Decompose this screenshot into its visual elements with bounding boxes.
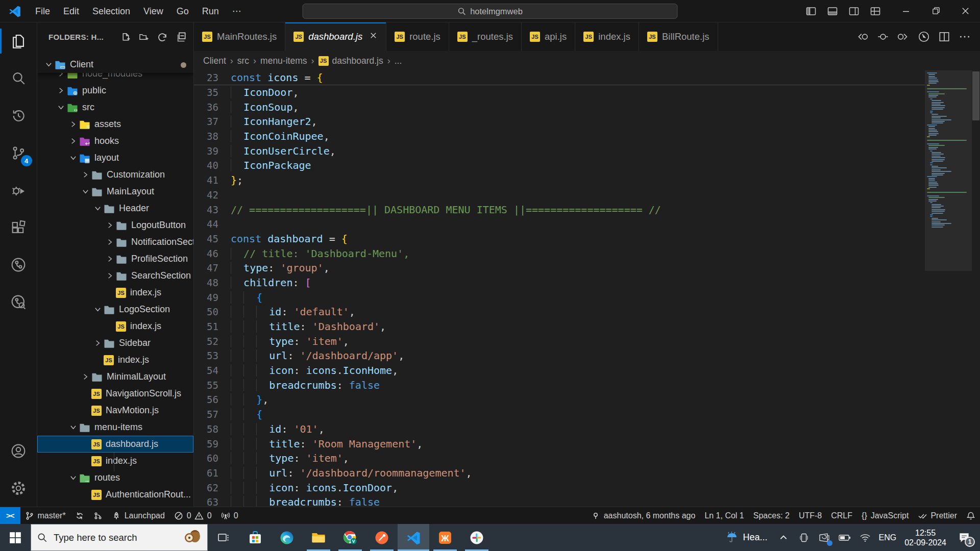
tree-file-index-js[interactable]: JSindex.js — [37, 318, 193, 335]
current-change-icon[interactable] — [874, 28, 892, 45]
taskbar-vscode-icon[interactable] — [398, 524, 429, 551]
weather-widget[interactable]: Hea... — [721, 524, 772, 551]
start-button[interactable] — [0, 524, 31, 551]
status-ln[interactable]: Ln 1, Col 1 — [700, 507, 748, 524]
line-number[interactable]: 37 — [194, 116, 231, 127]
activity-settings-icon[interactable] — [0, 469, 37, 507]
line-number[interactable]: 23 — [194, 72, 231, 83]
activity-search-icon[interactable] — [0, 60, 37, 97]
tab-index-js[interactable]: JSindex.js — [575, 22, 639, 51]
tree-file-index-js[interactable]: JSindex.js — [37, 453, 193, 469]
tree-file-navmotion-js[interactable]: JSNavMotion.js — [37, 402, 193, 419]
line-number[interactable]: 60 — [194, 453, 231, 464]
tree-file-dashboard-js[interactable]: JSdashboard.js — [37, 436, 193, 453]
breadcrumb-item[interactable]: ... — [395, 56, 402, 66]
status-branch[interactable]: master* — [20, 507, 70, 524]
customize-layout-icon[interactable] — [867, 4, 884, 19]
toggle-secondary-sidebar-icon[interactable] — [845, 4, 863, 19]
breadcrumb-item[interactable]: JSdashboard.js — [318, 56, 383, 66]
tree-folder-profilesection[interactable]: ProfileSection — [37, 251, 193, 267]
line-number[interactable]: 46 — [194, 248, 231, 259]
next-change-icon[interactable] — [894, 28, 913, 45]
minimap[interactable] — [925, 70, 972, 507]
toggle-panel-icon[interactable] — [824, 4, 841, 19]
tab-dashboard-js[interactable]: JSdashboard.js — [285, 22, 386, 51]
line-number[interactable]: 53 — [194, 350, 231, 361]
line-number[interactable]: 48 — [194, 277, 231, 288]
status-sync[interactable] — [70, 507, 89, 524]
close-tab-icon[interactable] — [369, 31, 378, 42]
maximize-button[interactable] — [921, 0, 950, 22]
line-number[interactable]: 62 — [194, 482, 231, 493]
tree-folder-logosection[interactable]: LogoSection — [37, 301, 193, 318]
taskbar-postman-icon[interactable] — [366, 524, 398, 551]
taskbar-edge-icon[interactable] — [271, 524, 303, 551]
line-number[interactable]: 59 — [194, 438, 231, 449]
breadcrumb-item[interactable]: Client — [203, 56, 226, 66]
battery-tray-icon[interactable] — [836, 524, 854, 551]
line-number[interactable]: 38 — [194, 131, 231, 142]
tree-folder-mainlayout[interactable]: MainLayout — [37, 183, 193, 200]
tree-folder-public[interactable]: ⊕public — [37, 82, 193, 99]
your-phone-tray-icon[interactable] — [795, 524, 813, 551]
toggle-primary-sidebar-icon[interactable] — [802, 4, 820, 19]
more-icon[interactable] — [955, 28, 974, 45]
minimap-slider[interactable] — [925, 70, 972, 271]
tree-file-index-js[interactable]: JSindex.js — [37, 284, 193, 301]
tree-file-navigationscroll-js[interactable]: JSNavigationScroll.js — [37, 385, 193, 402]
tree-folder-logoutbutton[interactable]: LogoutButton — [37, 217, 193, 234]
status-utf-8[interactable]: UTF-8 — [794, 507, 826, 524]
line-number[interactable]: 39 — [194, 145, 231, 157]
line-number[interactable]: 36 — [194, 102, 231, 113]
language-indicator[interactable]: ENG — [876, 524, 898, 551]
wifi-tray-icon[interactable] — [856, 524, 874, 551]
line-number[interactable]: 61 — [194, 467, 231, 479]
tree-folder-minimallayout[interactable]: MinimalLayout — [37, 368, 193, 385]
tree-folder-routes[interactable]: →routes — [37, 469, 193, 486]
activity-gitlens-icon[interactable] — [0, 246, 37, 283]
status-git-graph[interactable] — [89, 507, 107, 524]
scrollbar-thumb[interactable] — [972, 71, 979, 120]
line-number[interactable]: 63 — [194, 496, 231, 507]
tree-folder-notificationsecti-[interactable]: NotificationSecti... — [37, 234, 193, 251]
cast-display-tray-icon[interactable] — [815, 524, 834, 551]
activity-run-debug-icon[interactable] — [0, 171, 37, 209]
menu-more-icon[interactable]: ⋯ — [226, 4, 248, 19]
activity-accounts-icon[interactable] — [0, 432, 37, 469]
menu-view[interactable]: View — [137, 4, 170, 19]
tree-folder-header[interactable]: Header — [37, 200, 193, 217]
status-double-check[interactable]: Prettier — [913, 507, 962, 524]
tree-file-billroute-js[interactable]: JSBillRoute.js — [37, 503, 193, 507]
status-error[interactable]: 0 — [169, 507, 193, 524]
tree-file-authenticationrout-[interactable]: JSAuthenticationRout... — [37, 486, 193, 503]
tab--routes-js[interactable]: JS_routes.js — [449, 22, 522, 51]
status-bell[interactable] — [962, 507, 980, 524]
status-commit[interactable]: aashutosh, 6 months ago — [586, 507, 700, 524]
taskbar-search-box[interactable]: Type here to search — [31, 524, 208, 551]
taskbar-xampp-icon[interactable]: Ж — [429, 524, 461, 551]
line-number[interactable]: 56 — [194, 394, 231, 405]
line-number[interactable]: 58 — [194, 423, 231, 435]
line-number[interactable]: 55 — [194, 380, 231, 391]
show-hidden-icons-button[interactable] — [774, 524, 793, 551]
taskbar-slack-icon[interactable] — [461, 524, 493, 551]
taskbar-file-explorer-icon[interactable] — [303, 524, 334, 551]
notification-center-button[interactable]: 1 — [952, 524, 976, 551]
vertical-scrollbar[interactable] — [972, 70, 980, 507]
menu-run[interactable]: Run — [195, 4, 226, 19]
clock-widget[interactable]: 12:55 02-09-2024 — [900, 524, 950, 551]
line-number[interactable]: 42 — [194, 189, 231, 201]
menu-selection[interactable]: Selection — [86, 4, 137, 19]
minimize-button[interactable] — [891, 0, 921, 22]
status-warning[interactable]: 0 — [193, 507, 216, 524]
tree-folder-src[interactable]: ‹›src — [37, 99, 193, 116]
status-rocket[interactable]: Launchpad — [107, 507, 169, 524]
line-number[interactable]: 49 — [194, 292, 231, 303]
tree-file-index-js[interactable]: JSindex.js — [37, 352, 193, 368]
status-crlf[interactable]: CRLF — [826, 507, 857, 524]
activity-history-icon[interactable] — [0, 97, 37, 134]
line-number[interactable]: 47 — [194, 262, 231, 273]
line-number[interactable]: 51 — [194, 321, 231, 332]
tab-mainroutes-js[interactable]: JSMainRoutes.js — [194, 22, 285, 51]
taskbar-task-view-icon[interactable] — [208, 524, 239, 551]
